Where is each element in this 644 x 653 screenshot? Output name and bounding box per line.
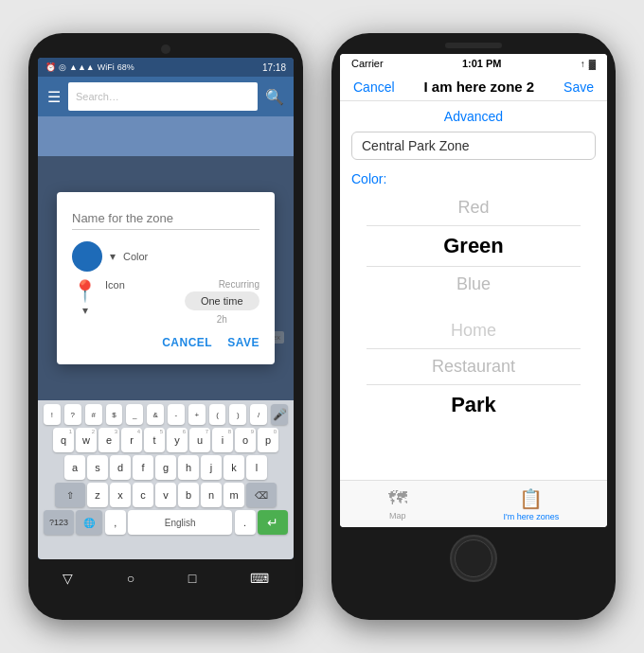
key-j[interactable]: j xyxy=(201,455,222,480)
android-camera xyxy=(161,44,170,54)
key-v[interactable]: v xyxy=(155,483,176,507)
location-pin-icon: 📍 xyxy=(72,279,98,304)
enter-key[interactable]: ↵ xyxy=(258,510,288,535)
android-toolbar: ☰ Search… 🔍 xyxy=(38,77,294,116)
ios-cancel-button[interactable]: Cancel xyxy=(353,79,395,95)
key-x[interactable]: x xyxy=(110,483,131,507)
android-keyboard: ! ? # $ _ & - + ( ) / 🎤 q1 w2 e3 r4 xyxy=(38,400,294,559)
key-q[interactable]: q1 xyxy=(53,428,74,452)
map-search-icon[interactable]: 🔍 xyxy=(265,88,284,106)
keyboard-special-row: ! ? # $ _ & - + ( ) / 🎤 xyxy=(40,404,292,425)
zones-tab-icon: 📋 xyxy=(519,487,543,510)
key-open-paren[interactable]: ( xyxy=(209,404,226,425)
sync-icon: ◎ xyxy=(59,62,66,72)
key-t[interactable]: t5 xyxy=(144,428,165,452)
key-h[interactable]: h xyxy=(178,455,199,480)
period-key[interactable]: . xyxy=(235,510,256,535)
key-f[interactable]: f xyxy=(133,455,153,480)
ios-carrier: Carrier xyxy=(351,58,384,69)
key-m[interactable]: m xyxy=(224,483,244,507)
ios-home-button[interactable] xyxy=(450,535,497,582)
ios-save-button[interactable]: Save xyxy=(564,79,594,95)
key-s[interactable]: s xyxy=(87,455,108,480)
key-y[interactable]: y6 xyxy=(167,428,188,452)
android-search-bar[interactable]: Search… xyxy=(68,82,258,111)
keyboard-icon[interactable]: ⌨ xyxy=(250,571,269,586)
ios-status-bar: Carrier 1:01 PM ↑ ▓ xyxy=(340,54,607,73)
space-key[interactable]: English xyxy=(128,510,232,535)
save-button[interactable]: SAVE xyxy=(227,336,259,349)
color-dropdown-arrow[interactable]: ▾ xyxy=(110,250,116,263)
key-c[interactable]: c xyxy=(133,483,153,507)
back-icon[interactable]: ▽ xyxy=(63,571,73,586)
home-icon[interactable]: ○ xyxy=(127,571,134,586)
place-option-restaurant[interactable]: Restaurant xyxy=(340,353,607,380)
ios-advanced-button[interactable]: Advanced xyxy=(340,101,607,132)
key-e[interactable]: e3 xyxy=(98,428,119,452)
ios-zone-name-input[interactable]: Central Park Zone xyxy=(351,132,596,160)
key-$[interactable]: $ xyxy=(106,404,123,425)
key-u[interactable]: u7 xyxy=(189,428,210,452)
color-circle[interactable] xyxy=(72,241,102,272)
picker-divider-3 xyxy=(367,348,581,349)
picker-divider-2 xyxy=(367,266,581,267)
key-+[interactable]: + xyxy=(188,404,206,425)
key-o[interactable]: o9 xyxy=(235,428,256,452)
key-r[interactable]: r4 xyxy=(121,428,142,452)
keyboard-row-asdf: a s d f g h j k l xyxy=(40,455,292,480)
color-option-red[interactable]: Red xyxy=(340,194,607,221)
icon-label: Icon xyxy=(105,279,181,291)
key-a[interactable]: a xyxy=(64,455,85,480)
key-z[interactable]: z xyxy=(87,483,108,507)
key-l[interactable]: l xyxy=(246,455,267,480)
color-option-green[interactable]: Green xyxy=(340,230,607,262)
key-g[interactable]: g xyxy=(155,455,176,480)
tab-map[interactable]: 🗺 Map xyxy=(388,487,407,521)
key-n[interactable]: n xyxy=(201,483,222,507)
battery-label: 68% xyxy=(117,62,134,72)
one-time-pill[interactable]: One time xyxy=(185,291,260,310)
ios-battery-icon: ▓ xyxy=(589,59,596,69)
zone-name-input[interactable] xyxy=(72,207,259,230)
ios-nav-bar: Cancel I am here zone 2 Save xyxy=(340,73,607,101)
hamburger-icon[interactable]: ☰ xyxy=(47,88,61,106)
ios-speaker xyxy=(445,43,502,48)
mic-key[interactable]: 🎤 xyxy=(271,404,288,425)
key-#[interactable]: # xyxy=(85,404,102,425)
key-i[interactable]: i8 xyxy=(212,428,233,452)
key-d[interactable]: d xyxy=(110,455,131,480)
key-&[interactable]: & xyxy=(147,404,164,425)
android-dialog: ▾ Color 📍 ▾ Icon Recurring One time 2h xyxy=(57,192,275,364)
duration-label: 2h xyxy=(185,314,260,325)
key-w[interactable]: w2 xyxy=(76,428,97,452)
key-k[interactable]: k xyxy=(224,455,244,480)
ios-screen: Carrier 1:01 PM ↑ ▓ Cancel I am here zon… xyxy=(340,54,607,527)
key-![interactable]: ! xyxy=(44,404,61,425)
place-option-park[interactable]: Park xyxy=(340,389,607,421)
ios-content: Advanced Central Park Zone Color: Red Gr… xyxy=(340,101,607,480)
delete-key[interactable]: ⌫ xyxy=(246,483,277,507)
ios-time: 1:01 PM xyxy=(462,58,502,69)
key-close-paren[interactable]: ) xyxy=(229,404,246,425)
key-?[interactable]: ? xyxy=(64,404,81,425)
ios-tab-bar: 🗺 Map 📋 I'm here zones xyxy=(340,480,607,527)
key--[interactable]: - xyxy=(168,404,185,425)
key-_[interactable]: _ xyxy=(126,404,143,425)
color-option-blue[interactable]: Blue xyxy=(340,271,607,298)
globe-key[interactable]: 🌐 xyxy=(76,510,102,535)
key-b[interactable]: b xyxy=(178,483,199,507)
key-slash[interactable]: / xyxy=(250,404,267,425)
key-p[interactable]: p0 xyxy=(258,428,278,452)
ios-color-label: Color: xyxy=(340,168,607,194)
numbers-key[interactable]: ?123 xyxy=(44,510,74,535)
place-option-home[interactable]: Home xyxy=(340,317,607,344)
recent-apps-icon[interactable]: □ xyxy=(188,571,196,586)
android-time: 17:18 xyxy=(262,62,286,73)
cancel-button[interactable]: CANCEL xyxy=(162,336,212,349)
comma-key[interactable]: , xyxy=(105,510,126,535)
wifi-icon: WiFi xyxy=(98,62,115,72)
icon-dropdown-arrow[interactable]: ▾ xyxy=(82,304,88,317)
android-screen: ⏰ ◎ ▲▲▲ WiFi 68% 17:18 ☰ Search… 🔍 Deten… xyxy=(38,58,294,559)
tab-zones[interactable]: 📋 I'm here zones xyxy=(503,487,559,521)
shift-key[interactable]: ⇧ xyxy=(55,483,85,507)
